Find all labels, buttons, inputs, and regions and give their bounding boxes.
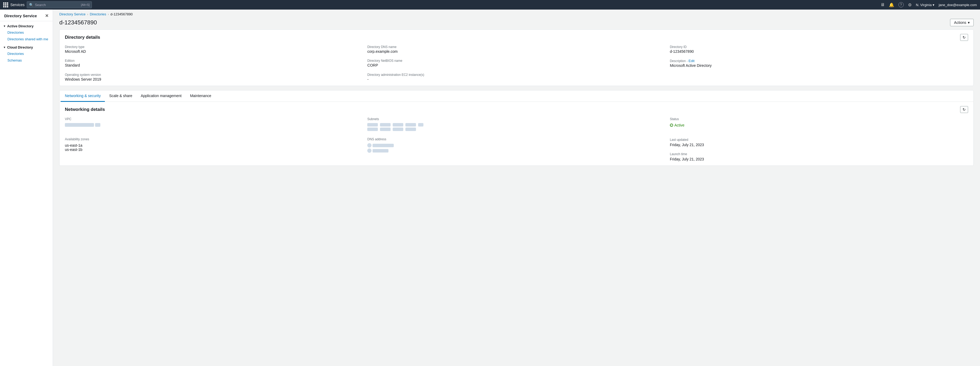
detail-os-version: Operating system version Windows Server … <box>65 73 363 82</box>
subnet-3-blurred <box>393 123 403 126</box>
nav-right: 🖥 🔔 ? ⚙ N. Virginia ▾ jane_doe@example.c… <box>880 2 977 7</box>
description-edit-link[interactable]: Edit <box>689 59 694 63</box>
sidebar-item-cloud-directories[interactable]: Directories <box>0 50 53 57</box>
detail-administration-ec2: Directory administration EC2 instance(s)… <box>367 73 665 82</box>
networking-grid: VPC Subnets <box>65 117 968 161</box>
vpc-value-blurred2 <box>95 123 100 127</box>
tab-content-networking: Networking details ↻ VPC Subnets <box>60 102 974 166</box>
status-dot <box>670 124 673 127</box>
breadcrumb-directories[interactable]: Directories <box>90 12 106 16</box>
subnet-1-blurred <box>367 123 378 126</box>
page-title: d-1234567890 <box>59 19 97 26</box>
search-bar[interactable]: 🔍 [Alt+S] <box>27 1 92 8</box>
last-updated-value: Friday, July 21, 2023 <box>670 143 968 147</box>
sidebar-title: Directory Service ✕ <box>0 10 53 21</box>
az-1: us-east-1a <box>65 143 363 147</box>
subnet-8-blurred <box>393 128 403 131</box>
dns-icon-1 <box>367 143 372 147</box>
detail-directory-id: Directory ID d-1234567890 <box>670 45 968 54</box>
sidebar-close-button[interactable]: ✕ <box>45 13 48 18</box>
settings-icon[interactable]: ⚙ <box>908 2 912 7</box>
actions-button[interactable]: Actions ▾ <box>950 19 974 26</box>
networking-title: Networking details <box>65 107 105 112</box>
networking-refresh-button[interactable]: ↻ <box>960 106 968 113</box>
sidebar-item-directories[interactable]: Directories <box>0 29 53 36</box>
nav-left: Services 🔍 [Alt+S] <box>3 1 92 8</box>
search-input[interactable] <box>35 3 80 7</box>
az-2: us-east-1b <box>65 147 363 152</box>
search-icon: 🔍 <box>29 3 33 7</box>
subnet-4-blurred <box>406 123 416 126</box>
tabs-container: Networking & security Scale & share Appl… <box>59 90 974 166</box>
main-content: Directory Service › Directories › d-1234… <box>53 10 980 366</box>
details-grid: Directory type Microsoft AD Directory DN… <box>65 45 968 82</box>
tab-networking-security[interactable]: Networking & security <box>60 90 105 102</box>
sidebar-group-active-directory: ▼ Active Directory Directories Directori… <box>0 22 53 42</box>
region-selector[interactable]: N. Virginia ▾ <box>916 3 934 7</box>
vpc-value-blurred <box>65 123 94 127</box>
subnet-6-blurred <box>367 128 378 131</box>
directory-details-title: Directory details <box>65 35 100 40</box>
tab-scale-share[interactable]: Scale & share <box>105 90 136 102</box>
notification-icon[interactable]: 🔔 <box>889 2 894 7</box>
grid-icon[interactable] <box>3 2 8 7</box>
sidebar-group-cloud-directory: ▼ Cloud Directory Directories Schemas <box>0 43 53 64</box>
launch-time-value: Friday, July 21, 2023 <box>670 157 968 161</box>
subnet-2-blurred <box>380 123 391 126</box>
search-hint: [Alt+S] <box>81 3 90 6</box>
subnet-5-blurred <box>418 123 423 126</box>
sidebar-item-schemas[interactable]: Schemas <box>0 57 53 64</box>
cloud-directory-chevron: ▼ <box>3 46 6 49</box>
directory-details-refresh[interactable]: ↻ <box>960 34 968 41</box>
network-detail-az: Availability zones us-east-1a us-east-1b <box>65 137 363 161</box>
active-directory-group-header[interactable]: ▼ Active Directory <box>0 22 53 29</box>
actions-chevron-icon: ▾ <box>968 21 970 25</box>
breadcrumb-directory-service[interactable]: Directory Service <box>59 12 86 16</box>
dns-icon-2 <box>367 149 372 153</box>
network-detail-dns-address: DNS address <box>367 137 665 161</box>
cloud-directory-group-header[interactable]: ▼ Cloud Directory <box>0 43 53 50</box>
network-detail-status: Status Active <box>670 117 968 132</box>
breadcrumb: Directory Service › Directories › d-1234… <box>53 10 980 18</box>
monitor-icon[interactable]: 🖥 <box>880 2 885 7</box>
breadcrumb-sep-1: › <box>87 13 88 16</box>
user-account[interactable]: jane_doe@example.com <box>939 3 977 7</box>
network-detail-dates: Last updated Friday, July 21, 2023 Launc… <box>670 137 968 161</box>
detail-description: Description - Edit Microsoft Active Dire… <box>670 59 968 68</box>
card-header: Directory details ↻ <box>65 34 968 41</box>
tab-application-management[interactable]: Application management <box>137 90 186 102</box>
cloud-directory-label: Cloud Directory <box>7 45 33 50</box>
network-detail-vpc: VPC <box>65 117 363 132</box>
help-icon[interactable]: ? <box>899 2 904 7</box>
dns-value-2 <box>372 149 388 152</box>
dns-value-1 <box>372 144 394 147</box>
subnet-9-blurred <box>406 128 416 131</box>
tab-maintenance[interactable]: Maintenance <box>186 90 216 102</box>
network-detail-subnets: Subnets <box>367 117 665 132</box>
active-directory-chevron: ▼ <box>3 25 6 27</box>
subnet-7-blurred <box>380 128 391 131</box>
detail-netbios: Directory NetBIOS name CORP <box>367 59 665 68</box>
status-active: Active <box>670 123 968 127</box>
page-header: d-1234567890 Actions ▾ <box>53 18 980 29</box>
breadcrumb-current: d-1234567890 <box>110 12 133 16</box>
active-directory-label: Active Directory <box>7 24 33 28</box>
breadcrumb-sep-2: › <box>108 13 109 16</box>
detail-edition: Edition Standard <box>65 59 363 68</box>
detail-directory-type: Directory type Microsoft AD <box>65 45 363 54</box>
networking-header: Networking details ↻ <box>65 106 968 113</box>
services-link[interactable]: Services <box>10 3 25 7</box>
top-navigation: Services 🔍 [Alt+S] 🖥 🔔 ? ⚙ N. Virginia ▾… <box>0 0 980 10</box>
detail-directory-dns: Directory DNS name corp.example.com <box>367 45 665 54</box>
app-layout: Directory Service ✕ ▼ Active Directory D… <box>0 10 980 366</box>
tabs-header: Networking & security Scale & share Appl… <box>60 90 974 102</box>
directory-details-card: Directory details ↻ Directory type Micro… <box>59 29 974 86</box>
sidebar-item-directories-shared[interactable]: Directories shared with me <box>0 36 53 42</box>
sidebar: Directory Service ✕ ▼ Active Directory D… <box>0 10 53 366</box>
